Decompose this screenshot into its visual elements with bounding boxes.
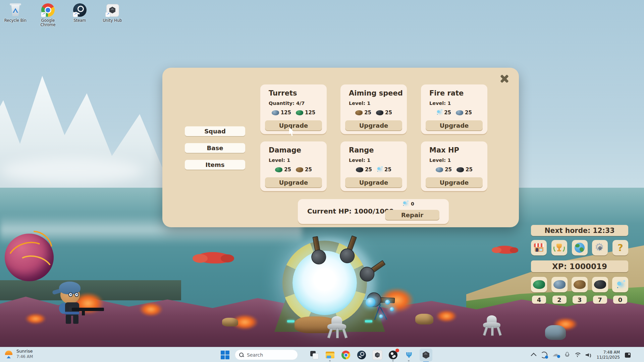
plant-orb <box>379 314 383 318</box>
screen: Recycle Bin Google Chrome Steam Unity Hu… <box>0 0 644 362</box>
cost-amount: 25 <box>466 167 473 173</box>
taskbar-clock[interactable]: 7:48 AM 11/21/2025 <box>597 350 620 360</box>
blue-crystal-icon <box>377 167 380 170</box>
shop-awning <box>534 243 544 247</box>
blue-stone-icon <box>272 110 279 115</box>
world-button[interactable] <box>572 240 588 255</box>
upgrade-button[interactable]: Upgrade <box>426 120 483 130</box>
help-icon: ? <box>618 242 623 253</box>
resource-icons-row <box>531 277 628 292</box>
drone-leg <box>496 326 502 336</box>
volume-icon[interactable] <box>586 352 592 358</box>
upgrade-button[interactable]: Upgrade <box>265 177 322 187</box>
desktop-icon-label: Unity Hub <box>103 18 122 23</box>
upgrade-button[interactable]: Upgrade <box>345 120 402 130</box>
blue-crystal-icon <box>617 282 621 286</box>
desktop-icon-label: Steam <box>73 18 86 23</box>
bin-body <box>11 5 20 16</box>
card-stat: Level: 1 <box>349 101 370 106</box>
repair-button[interactable]: Repair <box>385 210 439 220</box>
resource-count: 7 <box>592 296 608 304</box>
task-view-button[interactable] <box>309 350 319 360</box>
unity-hub-button[interactable] <box>372 350 382 360</box>
achievements-button[interactable] <box>551 240 567 255</box>
tab-squad[interactable]: Squad <box>185 126 245 136</box>
cost: 25 <box>377 167 391 173</box>
card-costs: 25 25 <box>421 166 487 174</box>
file-explorer-button[interactable] <box>325 350 335 360</box>
settings-button[interactable] <box>592 240 608 255</box>
search-placeholder: Search <box>247 352 263 358</box>
cost-amount: 25 <box>385 110 392 116</box>
help-button[interactable]: ? <box>612 240 628 255</box>
microphone-icon[interactable] <box>565 352 569 358</box>
lava-glow <box>436 310 457 322</box>
weather-widget[interactable]: Sunrise 7:46 AM <box>4 349 33 359</box>
weather-condition: Sunrise <box>16 349 33 354</box>
card-title: Fire rate <box>429 89 464 97</box>
brown-stone-icon <box>355 110 363 115</box>
green-stone-icon <box>275 167 282 172</box>
cost-amount: 25 <box>365 167 372 173</box>
cost: 25 <box>356 167 372 173</box>
desktop-icon-chrome[interactable]: Google Chrome <box>34 3 62 27</box>
cost-amount: 25 <box>364 110 371 116</box>
upgrade-button[interactable]: Upgrade <box>345 177 402 187</box>
unity-editor-button[interactable] <box>420 349 432 361</box>
next-horde-timer: Next horde: 12:33 <box>531 225 628 236</box>
repair-label: Repair <box>401 212 423 219</box>
upgrade-button[interactable]: Upgrade <box>265 120 322 130</box>
blue-stone-count: 2 <box>552 296 567 304</box>
hud-menu-buttons: ? <box>531 240 628 255</box>
drone-leg <box>491 326 493 336</box>
repair-cost-amount: 0 <box>411 201 414 206</box>
obs-button[interactable] <box>388 350 398 360</box>
tray-chevron-icon[interactable] <box>531 353 536 359</box>
upgrade-label: Upgrade <box>440 179 469 186</box>
desktop-icon-recycle-bin[interactable]: Recycle Bin <box>1 3 30 23</box>
brown-stone-count: 3 <box>573 296 587 304</box>
card-stat: Level: 1 <box>269 158 290 163</box>
lava-glow <box>139 302 163 316</box>
sunrise-icon <box>4 349 13 359</box>
windows-logo-icon <box>225 351 229 355</box>
drone-leg <box>327 328 333 338</box>
steam-button[interactable] <box>357 350 367 360</box>
cost-amount: 25 <box>465 110 472 116</box>
blue-stone-icon <box>436 167 443 172</box>
chrome-button[interactable] <box>341 350 351 360</box>
shop-button[interactable] <box>531 240 547 255</box>
card-costs: 25 25 <box>421 109 487 117</box>
shop-icon <box>534 243 544 252</box>
close-button[interactable] <box>499 73 510 84</box>
onedrive-cloud-icon[interactable] <box>552 352 560 358</box>
sync-icon[interactable] <box>541 352 547 358</box>
leg <box>66 315 71 324</box>
resource-black-stone <box>592 277 608 292</box>
repair-cost: 0 <box>402 201 414 206</box>
resource-brown-stone <box>572 277 588 292</box>
cost-amount: 25 <box>305 167 312 173</box>
tab-base[interactable]: Base <box>185 143 245 153</box>
windows-logo-icon <box>225 355 229 359</box>
steam-icon <box>72 3 87 17</box>
cost: 25 <box>376 110 392 116</box>
desktop-icon-steam[interactable]: Steam <box>66 3 94 23</box>
repair-drone <box>480 315 503 336</box>
fork-button[interactable] <box>404 350 414 360</box>
upgrade-button[interactable]: Upgrade <box>426 177 483 187</box>
resource-blue-crystal <box>612 277 628 292</box>
tab-items[interactable]: Items <box>185 160 245 170</box>
xp-counter: XP: 1000019 <box>531 260 628 272</box>
card-costs: 25 25 <box>260 166 327 174</box>
wifi-icon[interactable] <box>574 352 581 358</box>
desktop-icon-unity-hub[interactable]: Unity Hub <box>98 3 126 23</box>
brown-stone-icon <box>574 280 586 289</box>
start-button[interactable] <box>221 351 229 359</box>
search-input[interactable]: Search <box>235 350 298 360</box>
resource-counts-row: 4 2 3 7 0 <box>531 296 628 304</box>
card-title: Damage <box>269 146 301 154</box>
tray-app-icon[interactable] <box>625 353 631 358</box>
cost-amount: 125 <box>305 110 315 116</box>
taskbar-apps <box>309 349 432 361</box>
